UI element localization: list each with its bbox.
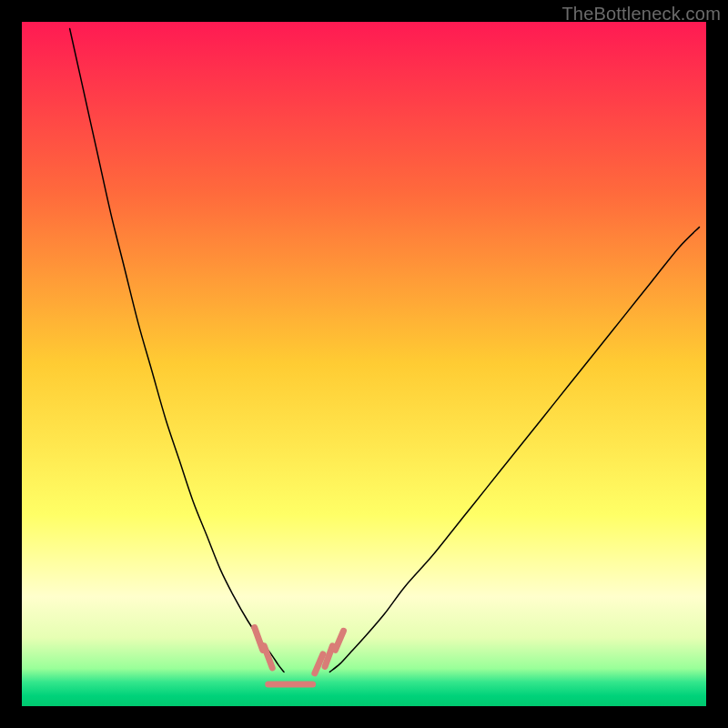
watermark-text: TheBottleneck.com <box>561 4 721 25</box>
chart-background <box>22 22 706 706</box>
chart-svg <box>22 22 706 706</box>
chart-frame <box>22 22 706 706</box>
